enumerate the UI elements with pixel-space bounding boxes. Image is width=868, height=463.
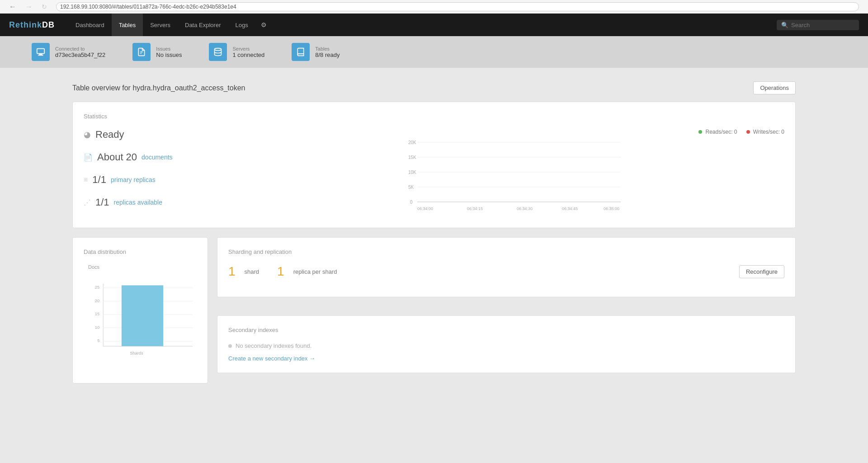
document-icon: 📄 <box>84 153 93 162</box>
svg-text:Shards: Shards <box>130 351 143 355</box>
ready-status: ◕ Ready <box>84 129 219 140</box>
servers-icon <box>209 43 227 61</box>
connected-icon <box>32 43 50 61</box>
primary-replicas-stat: ≡ 1/1 primary replicas <box>84 174 219 186</box>
reload-button[interactable]: ↻ <box>42 3 47 10</box>
servers-value: 1 connected <box>232 51 264 58</box>
documents-stat: 📄 About 20 documents <box>84 151 219 163</box>
svg-text:25: 25 <box>95 285 99 290</box>
replicas-available-count: 1/1 <box>95 196 109 208</box>
nav-servers[interactable]: Servers <box>143 14 178 36</box>
documents-count: About 20 <box>97 151 137 163</box>
svg-text:20K: 20K <box>408 140 416 145</box>
ready-text: Ready <box>95 129 124 140</box>
operations-button[interactable]: Operations <box>753 81 796 94</box>
svg-text:5K: 5K <box>408 185 414 190</box>
search-icon: 🔍 <box>781 22 788 28</box>
svg-text:06:34:15: 06:34:15 <box>467 206 483 211</box>
nav-tables[interactable]: Tables <box>112 14 143 36</box>
replicas-available-link[interactable]: replicas available <box>114 199 162 206</box>
no-indexes-row: No secondary indexes found. <box>228 342 784 349</box>
reads-dot <box>698 130 702 134</box>
shard-label: shard <box>245 268 259 275</box>
svg-text:15K: 15K <box>408 155 416 160</box>
nav-links: Dashboard Tables Servers Data Explorer L… <box>68 14 255 36</box>
url-input[interactable]: 192.168.99.100:8080/#/tables/011a872a-76… <box>56 2 859 11</box>
sharding-card: Sharding and replication 1 shard 1 repli… <box>217 237 796 297</box>
shard-info: 1 shard 1 replica per shard Reconfigure <box>228 264 784 279</box>
svg-text:0: 0 <box>410 200 413 205</box>
writes-legend: Writes/sec: 0 <box>746 129 784 135</box>
replicas-available-stat: ⋰ 1/1 replicas available <box>84 196 219 208</box>
back-button[interactable]: ← <box>9 3 16 11</box>
secondary-indexes-title: Secondary indexes <box>228 327 784 333</box>
svg-rect-34 <box>122 285 163 346</box>
tables-icon <box>292 43 310 61</box>
statistics-card: Statistics ◕ Ready 📄 About 20 documents … <box>72 102 796 228</box>
secondary-indexes-card: Secondary indexes No secondary indexes f… <box>217 315 796 373</box>
page-title: Table overview for hydra.hydra_oauth2_ac… <box>72 84 245 92</box>
stats-left: ◕ Ready 📄 About 20 documents ≡ 1/1 prima… <box>84 129 219 217</box>
svg-text:06:35:00: 06:35:00 <box>604 206 619 211</box>
navbar: RethinkDB Dashboard Tables Servers Data … <box>0 14 868 36</box>
writes-label: Writes/sec: 0 <box>753 129 784 135</box>
main-content: Table overview for hydra.hydra_oauth2_ac… <box>0 68 868 406</box>
svg-point-5 <box>215 48 222 51</box>
replica-count: 1 <box>277 264 284 279</box>
reconfigure-button[interactable]: Reconfigure <box>739 265 784 278</box>
svg-rect-0 <box>37 49 45 54</box>
replicas-count: 1/1 <box>92 174 106 186</box>
svg-text:06:34:45: 06:34:45 <box>562 206 578 211</box>
svg-text:10K: 10K <box>408 170 416 175</box>
issues-icon <box>132 43 151 61</box>
search-input[interactable] <box>791 22 854 28</box>
nav-dashboard[interactable]: Dashboard <box>68 14 112 36</box>
issues-value: No issues <box>156 51 182 58</box>
shard-count: 1 <box>228 264 236 279</box>
bar-chart-svg: 25 20 15 10 5 Shar <box>88 271 197 371</box>
settings-gear-icon[interactable]: ⚙ <box>255 14 272 36</box>
url-bar: ← → ↻ 192.168.99.100:8080/#/tables/011a8… <box>0 0 868 14</box>
primary-replicas-link[interactable]: primary replicas <box>111 176 156 183</box>
signal-icon: ◕ <box>84 130 91 140</box>
data-distribution-title: Data distribution <box>84 248 197 255</box>
create-index-link[interactable]: Create a new secondary index → <box>228 355 315 362</box>
svg-text:20: 20 <box>95 299 99 303</box>
writes-dot <box>746 130 750 134</box>
tables-label: Tables <box>315 46 340 51</box>
servers-label: Servers <box>232 46 264 51</box>
bar-chart-wrapper: Docs 25 20 15 10 5 <box>84 264 197 372</box>
reads-legend: Reads/sec: 0 <box>698 129 737 135</box>
svg-text:06:34:00: 06:34:00 <box>417 206 433 211</box>
svg-text:5: 5 <box>97 338 99 343</box>
sharding-column: Sharding and replication 1 shard 1 repli… <box>217 237 796 393</box>
nav-logs[interactable]: Logs <box>228 14 255 36</box>
connected-to-text: Connected to d73ec3ea5b47_f22 <box>55 46 105 58</box>
servers-text: Servers 1 connected <box>232 46 264 58</box>
svg-text:15: 15 <box>95 312 99 316</box>
line-chart: 20K 15K 10K 5K 0 06:34:00 06:34:15 <box>233 139 784 215</box>
bottom-row: Data distribution Docs 25 20 15 10 5 <box>72 237 796 393</box>
data-distribution-card: Data distribution Docs 25 20 15 10 5 <box>72 237 208 383</box>
grid-icon: ⋰ <box>84 198 91 207</box>
svg-rect-2 <box>38 55 43 56</box>
documents-link[interactable]: documents <box>142 154 172 161</box>
chart-legend: Reads/sec: 0 Writes/sec: 0 <box>233 129 784 135</box>
svg-text:10: 10 <box>95 325 99 330</box>
stats-chart: Reads/sec: 0 Writes/sec: 0 20K 15K 10K 5… <box>233 129 784 217</box>
page-title-row: Table overview for hydra.hydra_oauth2_ac… <box>72 81 796 94</box>
connected-label: Connected to <box>55 46 105 51</box>
forward-button[interactable]: → <box>25 3 33 11</box>
replica-label: replica per shard <box>293 268 337 275</box>
nav-data-explorer[interactable]: Data Explorer <box>178 14 228 36</box>
tables-text: Tables 8/8 ready <box>315 46 340 58</box>
svg-rect-1 <box>39 54 42 55</box>
issues-status: Issues No issues <box>119 43 195 61</box>
tables-status: Tables 8/8 ready <box>278 43 353 61</box>
svg-text:06:34:30: 06:34:30 <box>517 206 533 211</box>
reads-label: Reads/sec: 0 <box>705 129 737 135</box>
sharding-title: Sharding and replication <box>228 248 784 255</box>
connected-to-status: Connected to d73ec3ea5b47_f22 <box>18 43 119 61</box>
issues-text: Issues No issues <box>156 46 182 58</box>
statistics-title: Statistics <box>84 113 784 120</box>
